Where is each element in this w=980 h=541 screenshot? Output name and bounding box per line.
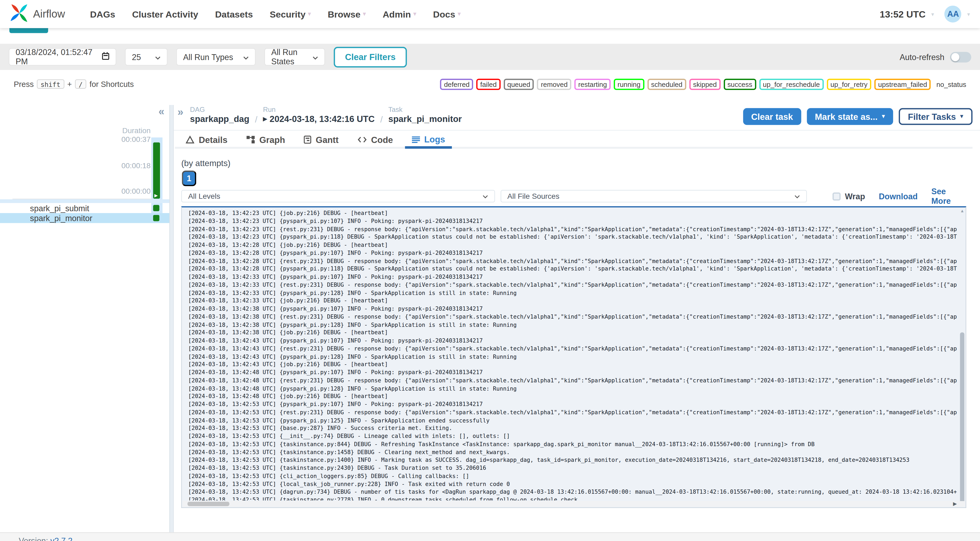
log-line: [2024-03-18, 13:42:23 UTC] {pyspark_pi.p… <box>188 217 957 225</box>
status-badge: removed <box>537 79 571 90</box>
horizontal-scrollbar[interactable]: ▶ <box>183 501 965 507</box>
log-line: [2024-03-18, 13:42:28 UTC] {pyspark_pi.p… <box>188 265 957 273</box>
filter-tasks-button[interactable]: Filter Tasks▾ <box>899 108 972 125</box>
log-line: [2024-03-18, 13:42:53 UTC] {taskinstance… <box>188 464 957 472</box>
version-link[interactable]: v2.7.2 <box>51 536 73 541</box>
main-nav: DAGs Cluster Activity Datasets Security▾… <box>90 9 461 19</box>
nav-item-admin[interactable]: Admin▾ <box>383 9 416 19</box>
shortcuts-hint: Press shift + / for Shortcuts <box>14 80 134 89</box>
task-link[interactable]: spark_pi_monitor <box>388 114 462 124</box>
wrap-checkbox[interactable] <box>832 192 841 200</box>
state-legend: deferred failed queued removed restartin… <box>440 79 966 90</box>
mark-state-button[interactable]: Mark state as...▾ <box>807 108 893 125</box>
attempt-1-button[interactable]: 1 <box>182 170 196 186</box>
task-name[interactable]: spark_pi_submit <box>30 203 89 213</box>
horizontal-scrollbar-thumb[interactable] <box>188 502 229 506</box>
task-status-square[interactable] <box>153 205 159 211</box>
run-link[interactable]: ▶ 2024-03-18, 13:42:16 UTC <box>263 114 375 124</box>
log-line: [2024-03-18, 13:42:53 UTC] {taskinstance… <box>188 456 957 464</box>
header-divider <box>174 130 980 130</box>
log-line: [2024-03-18, 13:42:53 UTC] {base.py:287}… <box>188 424 957 432</box>
version-label: Version: <box>19 536 48 541</box>
tab-graph[interactable]: Graph <box>239 132 292 148</box>
download-link[interactable]: Download <box>879 192 918 201</box>
no-status-label: no_status <box>936 81 966 88</box>
dag-label: DAG <box>190 105 249 114</box>
log-line: [2024-03-18, 13:42:53 UTC] {pyspark_pi.p… <box>188 416 957 424</box>
duration-tick: 00:00:37 <box>121 135 151 144</box>
clock-dropdown[interactable]: 13:52 UTC <box>880 9 926 19</box>
see-more-link[interactable]: See More <box>931 187 966 206</box>
logs-icon <box>412 136 420 143</box>
task-label: Task <box>388 105 462 114</box>
log-filters-row: All Levels All File Sources Wrap Downloa… <box>181 190 966 202</box>
dag-link[interactable]: sparkapp_dag <box>190 114 249 124</box>
log-line: [2024-03-18, 13:42:33 UTC] {pyspark_pi.p… <box>188 273 957 281</box>
duration-tick: 00:00:00 <box>121 187 151 196</box>
expand-panel-icon[interactable]: » <box>178 106 183 119</box>
status-badge: up_for_retry <box>827 79 871 90</box>
task-row[interactable]: spark_pi_monitor <box>0 213 169 223</box>
status-badge: deferred <box>440 79 473 90</box>
collapse-sidebar-icon[interactable]: « <box>158 105 164 118</box>
chevron-down-icon: ▾ <box>967 11 970 17</box>
task-name[interactable]: spark_pi_monitor <box>30 213 92 223</box>
calendar-icon[interactable] <box>102 52 109 62</box>
tab-gantt[interactable]: Gantt <box>297 132 345 148</box>
run-types-select[interactable]: All Run Types <box>176 48 256 66</box>
chevron-down-icon <box>794 192 800 200</box>
status-badge: success <box>724 79 756 90</box>
log-line: [2024-03-18, 13:42:23 UTC] {job.py:216} … <box>188 209 957 217</box>
auto-refresh-control: Auto-refresh <box>900 51 971 62</box>
log-line: [2024-03-18, 13:42:43 UTC] {pyspark_pi.p… <box>188 337 957 345</box>
task-status-square[interactable] <box>153 215 159 221</box>
clear-task-button[interactable]: Clear task <box>743 108 801 125</box>
log-line: [2024-03-18, 13:42:28 UTC] {job.py:216} … <box>188 241 957 249</box>
shift-key: shift <box>37 80 64 89</box>
chevron-down-icon: ▾ <box>960 114 963 119</box>
task-list: spark_pi_submit spark_pi_monitor <box>0 203 169 223</box>
manual-run-icon: ▶ <box>154 193 158 197</box>
status-badge: skipped <box>689 79 720 90</box>
nav-item-cluster-activity[interactable]: Cluster Activity <box>132 9 198 19</box>
date-input[interactable]: 03/18/2024, 01:52:47 PM <box>9 48 116 66</box>
log-line: [2024-03-18, 13:42:43 UTC] {job.py:216} … <box>188 361 957 369</box>
wrap-control[interactable]: Wrap <box>832 192 865 201</box>
avatar[interactable]: AA <box>945 6 961 22</box>
log-line: [2024-03-18, 13:42:28 UTC] {rest.py:231}… <box>188 257 957 265</box>
log-line: [2024-03-18, 13:42:53 UTC] {__init__.py:… <box>188 432 957 440</box>
log-line: [2024-03-18, 13:42:23 UTC] {rest.py:231}… <box>188 225 957 233</box>
chevron-down-icon <box>243 52 249 61</box>
scroll-up-icon[interactable]: ▲ <box>960 208 964 213</box>
page-size-select[interactable]: 25 <box>125 48 167 66</box>
log-source-select[interactable]: All File Sources <box>501 190 807 202</box>
tab-details[interactable]: Details <box>179 132 234 148</box>
detail-tabs: Details Graph Gantt Code Logs <box>175 132 972 148</box>
run-duration-bar[interactable]: ▶ <box>153 142 160 199</box>
log-line: [2024-03-18, 13:42:28 UTC] {pyspark_pi.p… <box>188 249 957 257</box>
clear-filters-button[interactable]: Clear Filters <box>334 46 407 67</box>
chevron-down-icon: ▾ <box>882 114 885 119</box>
nav-item-datasets[interactable]: Datasets <box>215 9 253 19</box>
vertical-scrollbar-thumb[interactable] <box>960 333 964 505</box>
run-states-select[interactable]: All Run States <box>264 48 325 66</box>
wrap-label: Wrap <box>845 192 865 201</box>
manual-run-icon: ▶ <box>263 116 267 122</box>
nav-item-security[interactable]: Security▾ <box>270 9 311 19</box>
task-row[interactable]: spark_pi_submit <box>0 203 169 213</box>
nav-item-browse[interactable]: Browse▾ <box>328 9 366 19</box>
nav-item-dags[interactable]: DAGs <box>90 9 115 19</box>
scroll-right-icon[interactable]: ▶ <box>953 501 957 507</box>
duration-axis-label: Duration <box>122 126 151 135</box>
tab-code[interactable]: Code <box>350 132 400 148</box>
panel-splitter[interactable] <box>169 105 173 532</box>
auto-refresh-toggle[interactable] <box>950 51 971 62</box>
nav-item-docs[interactable]: Docs▾ <box>433 9 460 19</box>
breadcrumb-separator: / <box>255 114 257 124</box>
graph-icon <box>246 135 255 144</box>
tab-logs[interactable]: Logs <box>405 132 452 148</box>
log-line: [2024-03-18, 13:42:53 UTC] {rest.py:231}… <box>188 408 957 416</box>
duration-tick: 00:00:18 <box>121 161 151 170</box>
log-line: [2024-03-18, 13:42:53 UTC] {pyspark_pi.p… <box>188 401 957 408</box>
log-level-select[interactable]: All Levels <box>181 190 495 202</box>
